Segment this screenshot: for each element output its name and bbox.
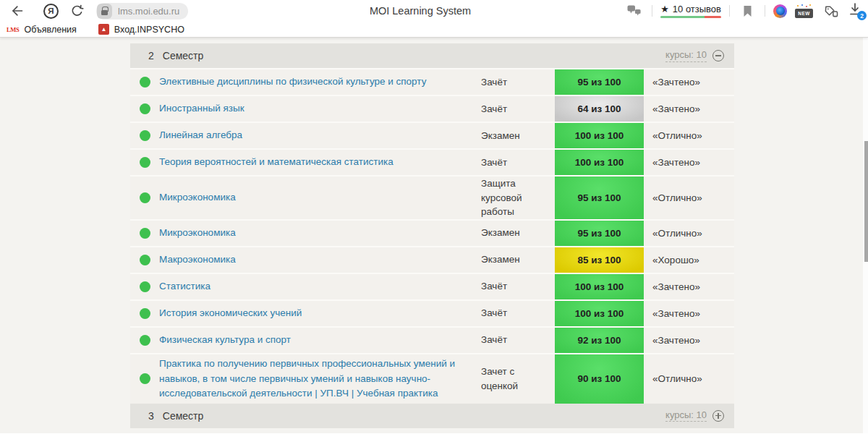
status-dot-icon	[140, 192, 150, 203]
course-link[interactable]: Элективные дисциплины по физической куль…	[159, 75, 481, 89]
address-bar[interactable]: lms.moi.edu.ru	[96, 3, 188, 20]
score-badge: 100 из 100	[555, 274, 644, 299]
collapse-semester-button[interactable]	[712, 50, 724, 61]
grade-text: «Отлично»	[644, 228, 734, 239]
grade-text: «Отлично»	[644, 130, 734, 141]
whats-new-button[interactable]: NEW	[795, 4, 813, 18]
grade-text: «Зачтено»	[644, 308, 734, 319]
score-badge: 100 из 100	[555, 123, 644, 148]
yandex-icon[interactable]: Я	[43, 4, 59, 19]
assessment-type: Экзамен	[481, 226, 555, 240]
extension-colorwheel-icon[interactable]	[773, 4, 787, 18]
downloads-button[interactable]: 2	[848, 2, 864, 20]
status-dot-icon	[140, 157, 150, 168]
bookmark-announcements[interactable]: LMS Объявления	[7, 25, 77, 35]
grade-text: «Зачтено»	[644, 157, 734, 168]
assessment-type: Зачёт	[481, 306, 555, 320]
score-badge: 90 из 100	[555, 354, 644, 404]
course-link[interactable]: Микроэкономика	[159, 190, 481, 205]
back-arrow-icon	[9, 4, 24, 18]
grade-text: «Зачтено»	[644, 103, 734, 114]
score-badge: 95 из 100	[555, 69, 644, 95]
assessment-type: Зачёт	[481, 279, 555, 294]
assessment-type: Зачёт	[481, 75, 555, 90]
assessment-type: Зачёт	[481, 333, 555, 347]
course-row: Линейная алгебра Экзамен 100 из 100 «Отл…	[130, 122, 734, 148]
score-badge: 100 из 100	[555, 150, 644, 175]
courses-count-link[interactable]: курсы: 10	[665, 409, 707, 422]
status-dot-icon	[140, 103, 150, 114]
course-link[interactable]: Статистика	[159, 279, 481, 294]
courses-count-link[interactable]: курсы: 10	[665, 49, 707, 61]
score-badge: 100 из 100	[555, 301, 644, 326]
status-dot-icon	[140, 335, 150, 346]
semester-2-header: 2 Семестр курсы: 10	[130, 43, 734, 68]
collections-button[interactable]	[821, 1, 840, 20]
status-dot-icon	[140, 228, 150, 239]
course-link[interactable]: Линейная алгебра	[159, 128, 481, 142]
page-scrollbar	[863, 38, 868, 433]
course-row: Микроэкономика Защита курсовой работы 95…	[130, 175, 734, 219]
confetti-icon	[796, 5, 797, 7]
score-badge: 95 из 100	[555, 176, 644, 219]
score-badge: 85 из 100	[555, 247, 644, 273]
course-link[interactable]: Теория вероятностей и математическая ста…	[159, 155, 481, 169]
course-link[interactable]: Иностранный язык	[159, 101, 481, 116]
assessment-type: Экзамен	[481, 129, 555, 143]
refresh-button[interactable]	[67, 1, 86, 20]
browser-topbar: Я lms.moi.edu.ru MOI Learning System ★ 1…	[0, 0, 868, 22]
status-dot-icon	[140, 308, 150, 319]
bookmark-inpsycho[interactable]: ▲ Вход.INPSYCHO	[98, 24, 184, 35]
grade-text: «Хорошо»	[644, 255, 734, 265]
course-row: Физическая культура и спорт Зачёт 92 из …	[130, 326, 734, 353]
downloads-count-badge: 2	[857, 11, 867, 20]
star-icon: ★	[660, 4, 669, 14]
course-row: Элективные дисциплины по физической куль…	[130, 68, 734, 95]
status-dot-icon	[140, 77, 150, 88]
course-link[interactable]: Физическая культура и спорт	[159, 333, 481, 347]
new-badge: NEW	[795, 9, 813, 18]
course-row: Статистика Зачёт 100 из 100 «Зачтено»	[130, 273, 734, 299]
bookmarks-bar: LMS Объявления ▲ Вход.INPSYCHO	[0, 22, 868, 37]
lms-favicon: LMS	[7, 26, 20, 33]
lock-icon[interactable]	[97, 4, 112, 19]
assessment-type: Зачёт	[481, 102, 555, 116]
bookmark-flag-button[interactable]	[738, 1, 757, 20]
inpsycho-favicon: ▲	[98, 24, 109, 35]
back-button[interactable]	[7, 1, 26, 20]
course-link[interactable]: История экономических учений	[159, 306, 481, 320]
protect-pins-button[interactable]	[625, 1, 644, 20]
score-badge: 95 из 100	[555, 221, 644, 246]
course-link[interactable]: Практика по получению первичных професси…	[159, 357, 481, 401]
score-badge: 64 из 100	[555, 96, 644, 122]
lms-page: 2 Семестр курсы: 10 Элективные дисциплин…	[0, 38, 868, 433]
course-row: Макроэкономика Экзамен 85 из 100 «Хорошо…	[130, 246, 734, 273]
toolbar-separator	[765, 5, 765, 17]
status-dot-icon	[140, 255, 150, 265]
pins-icon	[627, 4, 642, 17]
course-link[interactable]: Микроэкономика	[159, 226, 481, 240]
status-dot-icon	[140, 373, 150, 384]
grade-text: «Отлично»	[644, 192, 734, 203]
tag-icon	[823, 4, 838, 18]
course-row: Микроэкономика Экзамен 95 из 100 «Отличн…	[130, 219, 734, 246]
reviews-button[interactable]: ★ 10 отзывов	[660, 4, 721, 19]
course-link[interactable]: Макроэкономика	[159, 252, 481, 267]
assessment-type: Экзамен	[481, 252, 555, 267]
status-dot-icon	[140, 281, 150, 292]
grade-text: «Зачтено»	[644, 281, 734, 292]
course-row: История экономических учений Зачёт 100 и…	[130, 299, 734, 326]
toolbar-separator	[729, 5, 730, 17]
toolbar-separator	[652, 5, 652, 17]
grade-text: «Отлично»	[644, 373, 734, 384]
status-dot-icon	[140, 130, 150, 141]
bookmark-flag-icon	[743, 5, 752, 17]
expand-semester-button[interactable]	[712, 410, 724, 422]
toolbar-right: ★ 10 отзывов NEW	[625, 0, 864, 22]
scrollbar-thumb[interactable]	[864, 141, 868, 262]
reviews-count: 10 отзывов	[673, 4, 721, 14]
score-badge: 92 из 100	[555, 328, 644, 353]
assessment-type: Зачёт	[481, 156, 555, 170]
assessment-type: Защита курсовой работы	[481, 176, 555, 219]
grade-text: «Зачтено»	[644, 77, 734, 88]
